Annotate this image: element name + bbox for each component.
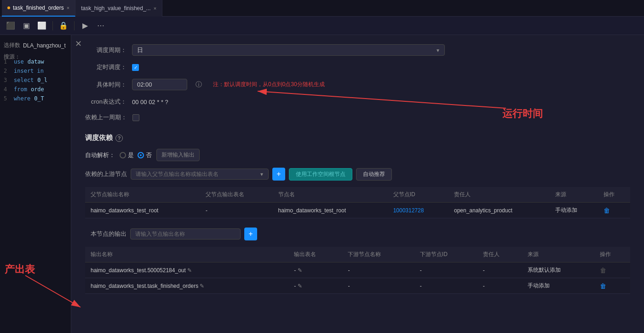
tab-label: task_finished_orders <box>13 5 64 11</box>
auto-parse-radio-group: 是 否 <box>120 151 152 159</box>
code-text: orde <box>31 85 44 94</box>
lock-icon[interactable]: 🔒 <box>58 21 69 30</box>
play-icon[interactable]: ▶ <box>80 21 90 30</box>
cell-node-name: haimo_dataworks_test_root <box>273 203 388 218</box>
code-kw: insert in <box>14 66 44 76</box>
modal-close-button[interactable]: ✕ <box>75 39 82 49</box>
toolbar-separator-2 <box>74 21 75 30</box>
col-header-output-table: 输出表名 <box>288 247 342 263</box>
edit-icon[interactable]: ✎ <box>298 283 302 289</box>
cell-downstream-id: - <box>414 263 477 278</box>
sidebar-top-icon[interactable]: ▣ <box>21 21 31 30</box>
sidebar-left-icon[interactable]: ⬛ <box>6 21 16 30</box>
output-section-label: 本节点的输出 <box>85 230 126 238</box>
auto-recommend-button[interactable]: 自动推荐 <box>356 168 392 181</box>
help-icon[interactable]: ? <box>115 134 123 142</box>
specific-time-input[interactable] <box>132 79 187 90</box>
upstream-search-input[interactable] <box>131 169 269 180</box>
timed-schedule-label: 定时调度： <box>85 63 126 71</box>
depend-last-period-label: 依赖上一周期： <box>85 113 127 122</box>
cell-node-id: 1000312728 <box>388 203 448 218</box>
tab-indicator <box>7 6 10 9</box>
more-icon[interactable]: ⋯ <box>96 21 106 30</box>
col-header-parent-output-name: 父节点输出名称 <box>85 187 200 203</box>
schedule-dependency-label: 调度依赖 <box>85 134 113 142</box>
col-header-downstream-id: 下游节点ID <box>414 247 477 263</box>
line-num: 1 <box>4 57 10 66</box>
line-num: 3 <box>4 76 10 85</box>
sidebar-right-icon[interactable]: ⬜ <box>37 21 47 30</box>
tab-task-high-value[interactable]: task_high_value_finished_... × <box>75 0 162 17</box>
add-output-button[interactable]: + <box>244 228 257 240</box>
cell-source-out: 系统默认添加 <box>522 263 594 278</box>
add-upstream-button[interactable]: + <box>272 168 285 181</box>
output-name-input[interactable] <box>130 228 241 240</box>
cell-downstream-name: - <box>342 278 414 294</box>
code-text: 0_l <box>37 76 47 85</box>
depend-last-period-checkbox[interactable] <box>132 114 139 121</box>
radio-yes[interactable]: 是 <box>120 151 134 159</box>
edit-icon[interactable]: ✎ <box>187 267 192 274</box>
radio-no[interactable]: 否 <box>138 151 152 159</box>
line-num: 2 <box>4 66 10 76</box>
upstream-select-wrapper <box>131 169 269 180</box>
schedule-period-row: 调度周期： 日 小时 周 月 <box>85 44 630 56</box>
select-label: 选择数 <box>4 41 20 49</box>
edit-icon[interactable]: ✎ <box>298 267 302 274</box>
delete-icon[interactable]: 🗑 <box>600 282 606 290</box>
tab-bar: task_finished_orders × task_high_value_f… <box>0 0 644 17</box>
code-text: dataw <box>28 57 44 66</box>
timed-schedule-checkbox[interactable]: ✓ <box>132 64 139 71</box>
upstream-node-row: 依赖的上游节点 + 使用工作空间根节点 自动推荐 <box>85 168 630 181</box>
cron-label: cron表达式： <box>85 98 126 106</box>
tab-task-finished-orders[interactable]: task_finished_orders × <box>2 0 75 17</box>
close-icon[interactable]: × <box>154 6 156 11</box>
code-line-4: 4 from orde <box>4 85 71 94</box>
upstream-label: 依赖的上游节点 <box>85 170 127 178</box>
code-kw: select <box>14 76 34 85</box>
col-header-owner: 责任人 <box>448 187 550 203</box>
cell-action-out: 🗑 <box>594 263 630 278</box>
info-icon[interactable]: ⓘ <box>196 81 202 89</box>
cell-parent-output-table: - <box>200 203 273 218</box>
warning-note: 注：默认调度时间，从0点到0点30分随机生成 <box>213 81 325 88</box>
manual-input-button[interactable]: 新增输入输出 <box>156 149 200 161</box>
cell-output-name: haimo_dataworks_test.500052184_out ✎ <box>85 263 288 278</box>
code-line-2: 2 insert in <box>4 66 71 76</box>
delete-icon[interactable]: 🗑 <box>604 207 610 214</box>
use-workspace-root-button[interactable]: 使用工作空间根节点 <box>289 168 352 181</box>
schedule-period-select[interactable]: 日 小时 周 月 <box>132 44 445 56</box>
cell-owner-out: - <box>477 263 523 278</box>
col-header-output-name: 输出名称 <box>85 247 288 263</box>
code-line-5: 5 where 0_T <box>4 94 71 103</box>
specific-time-row: 具体时间： ⓘ 注：默认调度时间，从0点到0点30分随机生成 <box>85 79 630 90</box>
col-header-action-out: 操作 <box>594 247 630 263</box>
cell-downstream-id: - <box>414 278 477 294</box>
cron-value: 00 00 02 * * ? <box>132 99 168 105</box>
depend-last-period-row: 依赖上一周期： <box>85 113 630 122</box>
upstream-table: 父节点输出名称 父节点输出表名 节点名 父节点ID 责任人 来源 操作 haim… <box>85 187 630 218</box>
code-line-3: 3 select 0_l <box>4 76 71 85</box>
radio-no-circle[interactable] <box>138 152 144 158</box>
cell-owner-out: - <box>477 278 523 294</box>
auto-parse-label: 自动解析： <box>85 151 115 159</box>
radio-yes-label: 是 <box>128 151 134 159</box>
schedule-period-select-wrapper: 日 小时 周 月 <box>132 44 445 56</box>
auto-parse-row: 自动解析： 是 否 新增输入输出 <box>85 149 630 161</box>
cell-source-out: 手动添加 <box>522 278 594 294</box>
cron-row: cron表达式： 00 00 02 * * ? <box>85 98 630 106</box>
cell-output-table: - ✎ <box>288 278 342 294</box>
col-header-source: 来源 <box>550 187 598 203</box>
col-header-node-name: 节点名 <box>273 187 388 203</box>
cell-downstream-name: - <box>342 263 414 278</box>
edit-icon[interactable]: ✎ <box>200 283 204 289</box>
delete-icon-disabled: 🗑 <box>600 267 606 274</box>
code-kw: use <box>14 57 24 66</box>
code-line-1: 1 use dataw <box>4 57 71 66</box>
node-id-link[interactable]: 1000312728 <box>393 207 424 214</box>
radio-yes-circle[interactable] <box>120 152 126 158</box>
col-header-source-out: 来源 <box>522 247 594 263</box>
close-icon[interactable]: × <box>67 5 69 11</box>
select-value: DLA_hangzhou_t <box>23 42 66 49</box>
col-header-downstream-name: 下游节点名称 <box>342 247 414 263</box>
